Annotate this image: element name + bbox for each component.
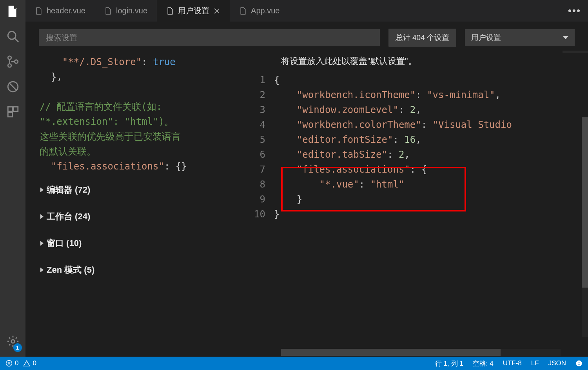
category-editor[interactable]: 编辑器 (72) (40, 174, 245, 200)
code-token: "**/.DS_Store" (62, 57, 142, 67)
caret-right-icon (40, 268, 44, 272)
debug-icon[interactable] (6, 80, 20, 93)
code-comment: // 配置语言的文件关联(如: "*.extension": "html")。 … (40, 101, 181, 157)
scope-label: 用户设置 (471, 33, 501, 43)
file-icon (104, 7, 112, 15)
file-icon (239, 7, 247, 15)
tabs-bar: header.vue login.vue 用户设置 App.vue ••• (25, 0, 588, 22)
encoding[interactable]: UTF-8 (503, 359, 522, 367)
category-zen[interactable]: Zen 模式 (5) (40, 254, 245, 281)
svg-rect-7 (8, 107, 12, 111)
tab-label: header.vue (47, 6, 85, 15)
content-column: header.vue login.vue 用户设置 App.vue ••• (25, 0, 588, 357)
settings-count: 总计 404 个设置 (388, 29, 456, 47)
caret-right-icon (40, 188, 44, 192)
split-editors: "**/.DS_Store": true }, // 配置语言的文件关联(如: … (25, 51, 588, 357)
default-settings-editor[interactable]: "**/.DS_Store": true }, // 配置语言的文件关联(如: … (25, 51, 245, 357)
file-icon (35, 7, 43, 15)
horizontal-scrollbar[interactable] (281, 349, 561, 356)
code-token: {} (176, 161, 187, 172)
category-workbench[interactable]: 工作台 (24) (40, 200, 245, 227)
settings-header: 总计 404 个设置 用户设置 (25, 22, 588, 51)
code-token: "files.associations" (51, 161, 164, 172)
extensions-icon[interactable] (6, 105, 20, 118)
search-input[interactable] (46, 33, 373, 42)
gear-badge: 1 (13, 343, 22, 352)
category-label: 工作台 (24) (47, 211, 90, 222)
svg-line-6 (9, 83, 17, 91)
scrollbar-thumb[interactable] (281, 349, 501, 356)
line-number-gutter: 12345678910 (245, 73, 274, 357)
tab-user-settings[interactable]: 用户设置 (157, 0, 230, 22)
scrollbar-thumb[interactable] (582, 117, 588, 288)
error-icon[interactable] (5, 360, 13, 367)
svg-point-16 (576, 361, 582, 366)
eol[interactable]: LF (531, 359, 539, 367)
svg-point-18 (579, 363, 580, 363)
svg-line-1 (15, 38, 18, 42)
svg-rect-9 (8, 112, 12, 117)
more-icon[interactable]: ••• (568, 5, 581, 17)
user-settings-editor: 将设置放入此处以覆盖"默认设置"。 12345678910 { "workben… (245, 51, 588, 357)
caret-right-icon (40, 241, 44, 246)
caret-right-icon (40, 214, 44, 219)
svg-rect-8 (13, 107, 18, 111)
tab-label: login.vue (116, 6, 147, 15)
svg-point-17 (578, 363, 579, 363)
chevron-down-icon (563, 36, 568, 39)
category-label: 窗口 (10) (47, 237, 82, 249)
status-bar: 0 0 行 1, 列 1 空格: 4 UTF-8 LF JSON (0, 357, 588, 370)
tab-login-vue[interactable]: login.vue (95, 0, 157, 22)
tab-header-vue[interactable]: header.vue (25, 0, 95, 22)
svg-point-0 (8, 31, 16, 39)
tab-label: App.vue (251, 6, 279, 15)
warning-count[interactable]: 0 (33, 359, 36, 367)
scope-dropdown[interactable]: 用户设置 (465, 29, 575, 46)
override-caption: 将设置放入此处以覆盖"默认设置"。 (245, 51, 588, 73)
error-count[interactable]: 0 (15, 359, 18, 367)
cursor-position[interactable]: 行 1, 列 1 (435, 359, 463, 368)
tab-actions: ••• (568, 5, 588, 17)
code-area[interactable]: { "workbench.iconTheme": "vs-minimal", "… (274, 73, 512, 357)
tab-label: 用户设置 (178, 5, 209, 16)
activity-bar: 1 (0, 0, 25, 357)
search-icon[interactable] (6, 30, 20, 43)
category-label: Zen 模式 (5) (47, 264, 94, 276)
feedback-icon[interactable] (575, 360, 583, 367)
vertical-scrollbar[interactable] (582, 117, 588, 337)
indentation[interactable]: 空格: 4 (473, 359, 494, 368)
source-control-icon[interactable] (6, 55, 20, 68)
search-settings-box[interactable] (39, 29, 380, 46)
language-mode[interactable]: JSON (548, 359, 566, 367)
warning-icon[interactable] (23, 360, 30, 367)
category-label: 编辑器 (72) (47, 184, 90, 196)
tab-app-vue[interactable]: App.vue (230, 0, 289, 22)
svg-point-10 (11, 340, 15, 343)
svg-point-2 (8, 56, 11, 60)
code-token: true (153, 57, 176, 67)
category-window[interactable]: 窗口 (10) (40, 227, 245, 254)
main-area: 1 header.vue login.vue 用户设置 App.vue (0, 0, 588, 357)
file-icon (166, 7, 174, 15)
close-icon[interactable] (213, 7, 220, 15)
svg-point-4 (15, 60, 18, 64)
files-icon[interactable] (6, 5, 20, 18)
svg-point-3 (8, 64, 11, 67)
